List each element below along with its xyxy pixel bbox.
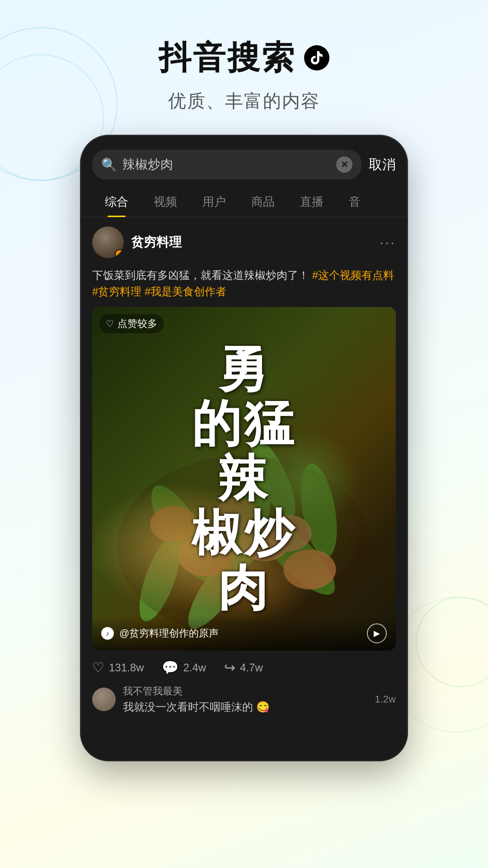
tab-商品[interactable]: 商品 [239,187,287,217]
hashtag-2[interactable]: #贫穷料理 [92,285,145,297]
more-options-icon[interactable]: ··· [380,234,396,251]
sound-credit: @贫穷料理创作的原声 [119,627,361,640]
comments-count: 2.4w [183,661,206,674]
phone-wrapper: 🔍 辣椒炒肉 ✕ 取消 综合 视频 用户 商品 [0,136,488,760]
app-subtitle: 优质、丰富的内容 [0,89,488,113]
tab-用户[interactable]: 用户 [190,187,239,217]
tab-用户-label: 用户 [202,195,226,208]
tabs-area: 综合 视频 用户 商品 直播 音 [81,187,407,217]
comment-count: 1.2w [375,693,396,705]
heart-icon: ♡ [106,318,114,329]
phone-interior: 🔍 辣椒炒肉 ✕ 取消 综合 视频 用户 商品 [81,136,407,760]
clear-search-button[interactable]: ✕ [336,156,352,173]
tab-音-label: 音 [349,195,361,208]
engagement-bar: ♡ 131.8w 💬 2.4w ↪ 4.7w [81,651,407,684]
content-area: ✓ 贫穷料理 ··· 下饭菜到底有多凶猛，就看这道辣椒炒肉了！ #这个视频有点料… [81,217,407,760]
shares-item[interactable]: ↪ 4.7w [224,660,263,675]
tiktok-logo-badge [304,45,329,71]
video-bottom: ♪ @贫穷料理创作的原声 ▶ [92,616,396,651]
play-button[interactable]: ▶ [367,623,387,643]
username[interactable]: 贫穷料理 [131,234,182,251]
tiktok-note-icon: ♪ [101,627,114,640]
comments-item[interactable]: 💬 2.4w [162,660,206,675]
commenter-avatar [92,688,116,711]
like-icon: ♡ [92,660,104,675]
share-icon: ↪ [224,660,235,675]
tab-音[interactable]: 音 [336,187,373,217]
post-user-info: ✓ 贫穷料理 [92,226,182,258]
search-query-text: 辣椒炒肉 [122,156,331,173]
post-desc-text: 下饭菜到底有多凶猛，就看这道辣椒炒肉了！ [92,269,312,281]
comment-icon: 💬 [162,660,178,675]
post-header: ✓ 贫穷料理 ··· [81,217,407,267]
video-thumbnail[interactable]: 勇的猛辣椒炒肉 ♡ 点赞较多 ♪ @贫穷料理创作的原声 ▶ [92,307,396,651]
likes-badge-text: 点赞较多 [117,317,157,330]
shares-count: 4.7w [240,661,263,674]
user-avatar[interactable]: ✓ [92,226,124,258]
tab-视频-label: 视频 [154,195,177,208]
tab-直播-label: 直播 [300,195,324,208]
comment-text: 我就没一次看时不咽唾沫的 😋 [123,700,368,714]
phone-frame: 🔍 辣椒炒肉 ✕ 取消 综合 视频 用户 商品 [81,136,407,760]
tab-综合[interactable]: 综合 [92,187,141,217]
comment-preview: 我不管我最美 我就没一次看时不咽唾沫的 😋 1.2w [81,684,407,714]
video-title-text: 勇的猛辣椒炒肉 [192,342,296,616]
header-section: 抖音搜索 优质、丰富的内容 [0,0,488,132]
hashtag-3[interactable]: #我是美食创作者 [145,285,226,297]
verified-badge: ✓ [115,249,124,258]
likes-count: 131.8w [109,661,144,674]
search-area: 🔍 辣椒炒肉 ✕ 取消 [81,136,407,187]
tab-直播[interactable]: 直播 [287,187,336,217]
tab-综合-label: 综合 [105,195,128,208]
tab-商品-label: 商品 [251,195,275,208]
tab-视频[interactable]: 视频 [141,187,190,217]
likes-item[interactable]: ♡ 131.8w [92,660,144,675]
search-bar[interactable]: 🔍 辣椒炒肉 ✕ [92,150,361,179]
commenter-name: 我不管我最美 [123,684,368,698]
video-overlay-text: 勇的猛辣椒炒肉 [92,307,396,651]
likes-badge: ♡ 点赞较多 [99,314,164,333]
cancel-search-button[interactable]: 取消 [369,156,396,174]
app-title-container: 抖音搜索 [0,36,488,80]
app-title: 抖音搜索 [159,36,296,80]
search-icon: 🔍 [101,157,117,172]
post-description: 下饭菜到底有多凶猛，就看这道辣椒炒肉了！ #这个视频有点料 #贫穷料理 #我是美… [81,267,407,307]
hashtag-1[interactable]: #这个视频有点料 [312,269,394,281]
